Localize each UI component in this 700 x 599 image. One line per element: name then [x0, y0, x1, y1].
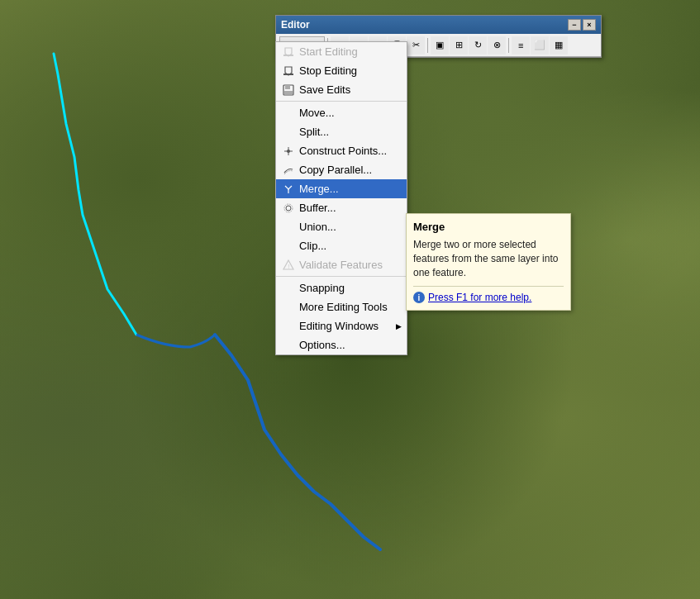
more-editing-icon: [281, 301, 296, 314]
options-label: Options...: [299, 339, 345, 351]
save-edits-label: Save Edits: [299, 83, 350, 96]
help-icon: i: [413, 292, 425, 303]
menu-item-validate-features[interactable]: ! Validate Features: [276, 255, 407, 274]
cut-btn[interactable]: ▣: [431, 36, 449, 55]
menu-item-split[interactable]: Split...: [276, 122, 407, 141]
svg-text:!: !: [288, 264, 290, 269]
toolbar-separator-3: [508, 38, 509, 53]
pencil-start-icon: [281, 45, 296, 59]
menu-separator-1: [276, 101, 407, 102]
help-text[interactable]: Press F1 for more help.: [428, 292, 531, 303]
merge-tooltip: Merge Merge two or more selected feature…: [406, 213, 571, 311]
menu-item-save-edits[interactable]: Save Edits: [276, 80, 407, 99]
editing-windows-label: Editing Windows: [299, 320, 379, 332]
titlebar-buttons: − ×: [568, 19, 596, 31]
toolbar-separator-2: [427, 38, 428, 53]
more-editing-tools-label: More Editing Tools: [299, 301, 388, 313]
svg-rect-6: [284, 91, 293, 94]
menu-item-stop-editing[interactable]: Stop Editing: [276, 61, 407, 80]
editor-titlebar: Editor − ×: [276, 16, 601, 34]
buffer-label: Buffer...: [299, 202, 336, 214]
merge-icon: [281, 183, 296, 196]
tooltip-title: Merge: [413, 221, 564, 233]
svg-point-9: [287, 150, 290, 153]
stop-editing-label: Stop Editing: [299, 64, 357, 77]
task-btn[interactable]: ▦: [550, 36, 568, 55]
construct-icon: [281, 145, 296, 158]
menu-item-move[interactable]: Move...: [276, 103, 407, 122]
editor-dropdown-menu: Start Editing Stop Editing Save Edits Mo…: [275, 41, 407, 355]
menu-item-construct-points[interactable]: Construct Points...: [276, 141, 407, 160]
close-button[interactable]: ×: [583, 19, 596, 31]
sketch-btn[interactable]: ⬜: [531, 36, 549, 55]
start-editing-label: Start Editing: [299, 45, 358, 58]
menu-item-more-editing-tools[interactable]: More Editing Tools: [276, 297, 407, 316]
topology-btn[interactable]: ⊗: [488, 36, 506, 55]
menu-item-snapping[interactable]: Snapping: [276, 278, 407, 297]
rotate-btn[interactable]: ↻: [469, 36, 487, 55]
menu-item-union[interactable]: Union...: [276, 217, 407, 236]
pencil-stop-icon: [281, 64, 296, 78]
attributes-btn[interactable]: ≡: [512, 36, 530, 55]
split-label: Split...: [299, 126, 329, 138]
menu-separator-2: [276, 276, 407, 277]
menu-item-clip[interactable]: Clip...: [276, 236, 407, 255]
copy-parallel-icon: [281, 164, 296, 177]
modify-edge-btn[interactable]: ⊞: [450, 36, 468, 55]
clip-icon: [281, 240, 296, 253]
buffer-icon: [281, 202, 296, 215]
construct-points-label: Construct Points...: [299, 145, 387, 157]
snapping-icon: [281, 282, 296, 295]
editor-title: Editor: [281, 19, 310, 31]
menu-item-merge[interactable]: Merge...: [276, 179, 407, 198]
copy-parallel-label: Copy Parallel...: [299, 164, 372, 176]
union-label: Union...: [299, 221, 336, 233]
save-icon: [281, 83, 296, 97]
move-label: Move...: [299, 107, 335, 119]
union-icon: [281, 221, 296, 234]
menu-item-buffer[interactable]: Buffer...: [276, 198, 407, 217]
svg-rect-5: [285, 85, 290, 89]
tooltip-footer: i Press F1 for more help.: [413, 286, 564, 303]
editing-windows-icon: [281, 320, 296, 333]
menu-item-copy-parallel[interactable]: Copy Parallel...: [276, 160, 407, 179]
menu-item-options[interactable]: Options...: [276, 335, 407, 354]
split-menu-icon: [281, 126, 296, 139]
clip-label: Clip...: [299, 240, 326, 252]
options-icon: [281, 339, 296, 352]
snapping-label: Snapping: [299, 282, 345, 294]
menu-item-start-editing[interactable]: Start Editing: [276, 42, 407, 61]
split-btn[interactable]: ✂: [407, 36, 425, 55]
pin-button[interactable]: −: [568, 19, 581, 31]
validate-features-label: Validate Features: [299, 259, 383, 271]
merge-label: Merge...: [299, 183, 339, 195]
tooltip-body: Merge two or more selected features from…: [413, 238, 564, 279]
validate-icon: !: [281, 259, 296, 272]
svg-point-10: [286, 206, 291, 211]
menu-item-editing-windows[interactable]: Editing Windows: [276, 316, 407, 335]
move-icon: [281, 107, 296, 120]
